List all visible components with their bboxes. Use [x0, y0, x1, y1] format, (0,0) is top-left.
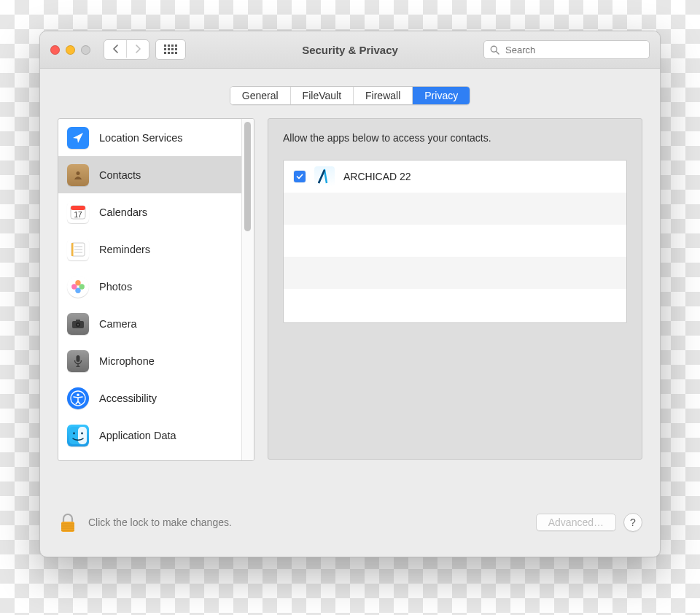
help-button[interactable]: ?: [623, 513, 642, 532]
titlebar: Security & Privacy: [40, 31, 660, 69]
svg-rect-41: [61, 524, 74, 525]
svg-rect-4: [164, 48, 166, 50]
sidebar-item-camera[interactable]: Camera: [58, 305, 242, 342]
svg-rect-2: [171, 45, 174, 47]
search-field[interactable]: [483, 40, 650, 59]
svg-rect-31: [77, 355, 80, 362]
app-access-list: ARCHICAD 22: [283, 160, 627, 323]
sidebar-item-label: Contacts: [99, 169, 141, 181]
svg-rect-1: [168, 45, 170, 47]
photos-icon: [67, 276, 89, 298]
svg-rect-5: [168, 48, 170, 50]
app-checkbox[interactable]: [294, 171, 306, 182]
app-row-empty: [284, 225, 626, 257]
svg-rect-3: [175, 45, 177, 47]
archicad-icon: [314, 166, 335, 187]
svg-rect-10: [171, 52, 174, 54]
svg-text:17: 17: [74, 211, 82, 219]
sidebar-item-accessibility[interactable]: Accessibility: [58, 379, 242, 417]
svg-rect-11: [175, 52, 177, 54]
lock-button[interactable]: [58, 511, 78, 533]
sidebar-item-label: Calendars: [99, 206, 147, 218]
app-row-empty: [284, 257, 626, 289]
svg-rect-6: [171, 48, 174, 50]
sidebar-item-location-services[interactable]: Location Services: [58, 119, 242, 156]
svg-rect-16: [71, 206, 85, 210]
sidebar-item-microphone[interactable]: Microphone: [58, 342, 242, 379]
svg-point-30: [77, 323, 79, 325]
preferences-window: Security & Privacy General FileVault Fir…: [39, 31, 661, 557]
privacy-category-sidebar: Location Services Contacts 17 Calendars: [58, 118, 254, 461]
scrollbar-thumb[interactable]: [244, 122, 251, 231]
accessibility-icon: [67, 387, 89, 409]
chevron-right-icon: [135, 45, 141, 53]
app-row-empty: [284, 193, 626, 225]
sidebar-item-contacts[interactable]: Contacts: [58, 156, 242, 193]
sidebar-item-label: Microphone: [99, 355, 155, 367]
show-all-button[interactable]: [155, 39, 186, 60]
nav-buttons: [104, 39, 186, 60]
sidebar-item-application-data[interactable]: Application Data: [58, 417, 242, 454]
svg-point-14: [77, 171, 80, 175]
sidebar-item-label: Location Services: [99, 132, 182, 144]
calendar-icon: 17: [67, 201, 89, 223]
app-row-empty: [284, 289, 626, 321]
camera-icon: [67, 313, 89, 335]
detail-panel: Allow the apps below to access your cont…: [268, 118, 642, 460]
sidebar-item-photos[interactable]: Photos: [58, 268, 242, 305]
forward-button[interactable]: [126, 40, 149, 58]
sidebar-item-reminders[interactable]: Reminders: [58, 231, 242, 268]
grid-icon: [164, 45, 177, 55]
close-button[interactable]: [50, 45, 60, 55]
sidebar-item-label: Reminders: [99, 244, 150, 255]
search-icon: [490, 45, 499, 55]
body: Location Services Contacts 17 Calendars: [40, 118, 660, 492]
sidebar-scrollbar[interactable]: [241, 119, 254, 460]
sidebar-item-label: Photos: [99, 281, 132, 293]
svg-rect-22: [71, 243, 74, 256]
lock-icon: [59, 513, 77, 533]
lock-note: Click the lock to make changes.: [88, 517, 232, 528]
svg-point-26: [71, 284, 77, 289]
reminders-icon: [67, 239, 89, 260]
svg-rect-37: [78, 427, 87, 444]
tab-bar: General FileVault Firewall Privacy: [40, 69, 660, 118]
svg-rect-9: [168, 52, 170, 54]
sidebar-item-label: Accessibility: [99, 392, 157, 404]
svg-rect-7: [175, 48, 177, 50]
tab-privacy[interactable]: Privacy: [413, 87, 470, 104]
app-row[interactable]: ARCHICAD 22: [284, 160, 626, 193]
traffic-lights: [50, 45, 90, 55]
svg-point-38: [73, 432, 75, 434]
back-button[interactable]: [104, 40, 126, 58]
minimize-button[interactable]: [66, 45, 75, 55]
tab-firewall[interactable]: Firewall: [354, 87, 413, 104]
finder-icon: [67, 425, 89, 446]
svg-rect-8: [164, 52, 166, 54]
svg-rect-42: [61, 526, 74, 527]
svg-rect-0: [164, 45, 166, 47]
tab-filevault[interactable]: FileVault: [291, 87, 354, 104]
search-input[interactable]: [504, 44, 643, 56]
svg-point-39: [81, 432, 83, 434]
svg-rect-28: [76, 320, 80, 322]
sidebar-item-calendars[interactable]: 17 Calendars: [58, 193, 242, 231]
sidebar-item-label: Camera: [99, 318, 137, 330]
svg-point-35: [77, 393, 79, 396]
zoom-button[interactable]: [81, 45, 90, 55]
detail-title: Allow the apps below to access your cont…: [283, 132, 627, 144]
microphone-icon: [67, 350, 89, 372]
chevron-left-icon: [112, 45, 119, 53]
tab-general[interactable]: General: [230, 87, 291, 104]
sidebar-item-label: Application Data: [99, 430, 176, 441]
svg-rect-43: [61, 528, 74, 529]
svg-rect-44: [61, 530, 74, 531]
svg-line-13: [497, 51, 499, 54]
app-label: ARCHICAD 22: [343, 171, 411, 182]
contacts-icon: [67, 164, 89, 186]
bottom-bar: Click the lock to make changes. Advanced…: [40, 492, 660, 557]
check-icon: [296, 173, 303, 180]
location-icon: [67, 127, 89, 149]
advanced-button[interactable]: Advanced…: [536, 514, 616, 531]
